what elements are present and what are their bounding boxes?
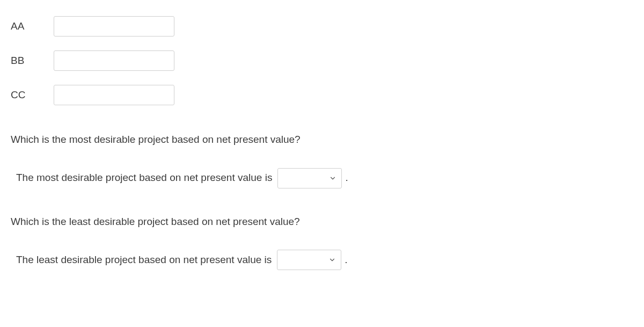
project-label-cc: CC (11, 88, 54, 103)
project-label-aa: AA (11, 19, 54, 34)
select-most-desirable[interactable] (277, 168, 342, 188)
answer-least-prefix: The least desirable project based on net… (16, 252, 272, 268)
answer-least-line: The least desirable project based on net… (11, 250, 633, 270)
question-least-desirable: Which is the least desirable project bas… (11, 214, 633, 271)
project-row-bb: BB (11, 50, 633, 71)
answer-most-line: The most desirable project based on net … (11, 168, 633, 188)
project-input-aa[interactable] (54, 16, 174, 37)
project-row-aa: AA (11, 16, 633, 37)
answer-most-prefix: The most desirable project based on net … (16, 170, 272, 186)
question-most-desirable: Which is the most desirable project base… (11, 132, 633, 188)
select-most-wrapper (277, 168, 342, 188)
project-input-cc[interactable] (54, 85, 174, 105)
question-most-prompt: Which is the most desirable project base… (11, 132, 633, 148)
answer-least-punctuation: . (345, 252, 347, 268)
select-least-wrapper (277, 250, 341, 270)
project-input-bb[interactable] (54, 50, 174, 71)
select-least-desirable[interactable] (277, 250, 341, 270)
project-input-section: AA BB CC (11, 16, 633, 105)
project-label-bb: BB (11, 53, 54, 69)
answer-most-punctuation: . (345, 170, 348, 186)
question-least-prompt: Which is the least desirable project bas… (11, 214, 633, 230)
project-row-cc: CC (11, 85, 633, 105)
